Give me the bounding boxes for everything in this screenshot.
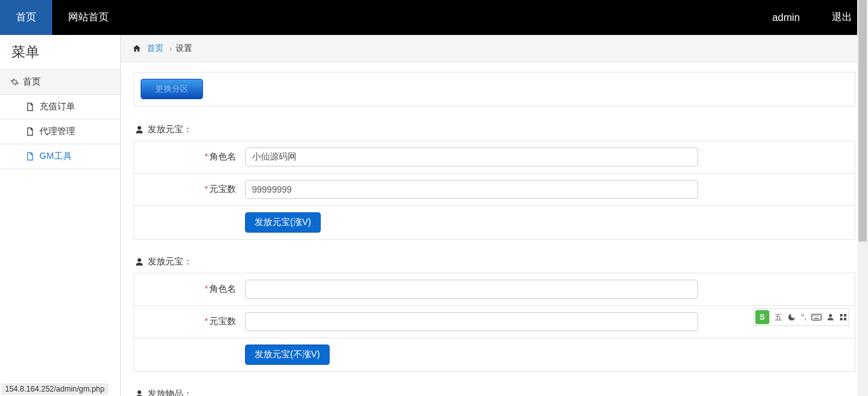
switch-zone-button[interactable]: 更换分区 <box>141 79 203 99</box>
file-icon <box>25 102 34 111</box>
gear-icon <box>10 78 19 86</box>
svg-rect-5 <box>814 318 819 318</box>
role-input[interactable] <box>245 147 698 167</box>
menu-item-recharge[interactable]: 充值订单 <box>0 95 120 119</box>
menu-item-label: GM工具 <box>39 151 72 162</box>
user-icon <box>135 257 144 266</box>
submit-yuanbao-nov-button[interactable]: 发放元宝(不涨V) <box>245 345 330 365</box>
amount-input[interactable] <box>245 180 698 199</box>
main-content: 首页 › 设置 更换分区 发放元宝： *角色名 <box>121 35 868 396</box>
section-title-label: 发放元宝： <box>148 256 192 268</box>
menu-item-gm-tools[interactable]: GM工具 <box>0 144 120 169</box>
ime-mode-label[interactable]: 五 <box>774 312 782 323</box>
svg-rect-0 <box>812 314 822 320</box>
menu-parent-label: 首页 <box>23 76 41 88</box>
home-icon <box>132 44 141 53</box>
keyboard-icon[interactable] <box>811 313 822 321</box>
amount-input[interactable] <box>245 312 698 331</box>
section-title-yuanbao-1: 发放元宝： <box>134 119 855 140</box>
breadcrumb: 首页 › 设置 <box>121 35 868 62</box>
svg-rect-3 <box>816 315 817 316</box>
ime-toolbar[interactable]: S 五 °, <box>753 308 849 326</box>
punct-icon[interactable]: °, <box>801 313 806 322</box>
role-input[interactable] <box>245 280 698 299</box>
nav-site-home[interactable]: 网站首页 <box>52 0 125 35</box>
menu-item-label: 代理管理 <box>39 126 75 137</box>
svg-rect-8 <box>840 318 843 320</box>
ime-logo-icon: S <box>755 310 769 324</box>
nav-user[interactable]: admin <box>756 0 816 35</box>
scrollbar-thumb[interactable] <box>858 0 867 242</box>
role-label: *角色名 <box>134 142 242 172</box>
sidebar: 菜单 首页 充值订单 代理管理 GM工具 <box>0 35 121 396</box>
svg-rect-2 <box>815 315 815 316</box>
form-yuanbao-2: *角色名 *元宝数 发放元宝(不涨V) <box>134 273 855 372</box>
svg-rect-9 <box>844 318 846 320</box>
form-yuanbao-1: *角色名 *元宝数 发放元宝(涨V) <box>134 140 855 240</box>
menu-parent-home[interactable]: 首页 <box>0 70 120 95</box>
menu-item-agent[interactable]: 代理管理 <box>0 119 120 144</box>
amount-label: *元宝数 <box>134 175 242 204</box>
panel-switch-zone: 更换分区 <box>134 72 855 106</box>
submit-yuanbao-v-button[interactable]: 发放元宝(涨V) <box>245 212 321 233</box>
section-title-yuanbao-2: 发放元宝： <box>134 251 855 273</box>
nav-home[interactable]: 首页 <box>0 0 52 35</box>
amount-label: *元宝数 <box>134 307 242 336</box>
user-icon <box>135 390 144 396</box>
file-icon <box>25 127 34 136</box>
svg-rect-4 <box>818 315 819 316</box>
status-bar: 154.8.164.252/admin/gm.php <box>1 383 108 395</box>
moon-icon[interactable] <box>787 313 796 322</box>
scrollbar[interactable] <box>857 0 868 396</box>
svg-rect-1 <box>813 315 814 316</box>
person-icon[interactable] <box>827 313 834 321</box>
breadcrumb-current: 设置 <box>176 43 192 54</box>
grid-icon[interactable] <box>839 313 847 321</box>
breadcrumb-separator: › <box>169 44 172 53</box>
top-nav: 首页 网站首页 admin 退出 <box>0 0 868 35</box>
section-title-item: 发放物品： <box>134 383 855 396</box>
sidebar-title: 菜单 <box>0 35 120 70</box>
svg-rect-7 <box>844 314 846 317</box>
breadcrumb-link-home[interactable]: 首页 <box>147 43 164 54</box>
section-title-label: 发放元宝： <box>148 124 192 135</box>
file-icon <box>25 152 34 161</box>
menu-item-label: 充值订单 <box>39 101 75 113</box>
svg-rect-6 <box>840 314 843 317</box>
section-title-label: 发放物品： <box>148 388 192 396</box>
user-icon <box>135 125 144 134</box>
role-label: *角色名 <box>134 275 242 304</box>
